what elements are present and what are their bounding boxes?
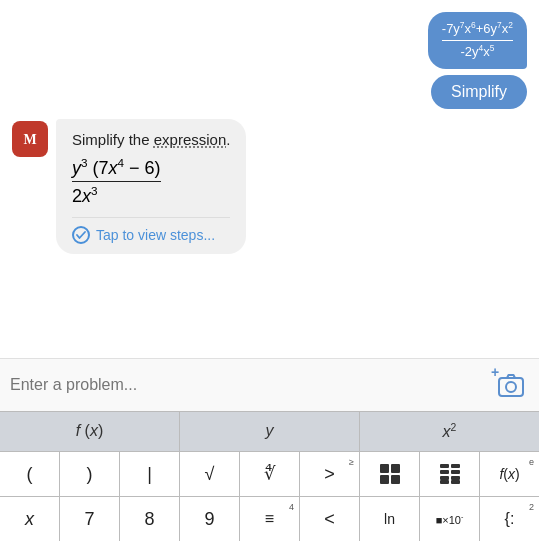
key-nthroot[interactable]: ∜ <box>240 452 300 496</box>
tab-fx[interactable]: f (x) <box>0 412 180 451</box>
tap-to-view-steps[interactable]: Tap to view steps... <box>72 217 230 254</box>
input-area: + <box>0 358 539 411</box>
key-brace[interactable]: {: 2 <box>480 497 539 541</box>
svg-rect-15 <box>451 480 460 484</box>
plus-badge: + <box>491 365 499 379</box>
bot-denominator: 2x3 <box>72 184 98 207</box>
key-9[interactable]: 9 <box>180 497 240 541</box>
key-equiv-label: ≡ <box>265 510 274 528</box>
matrix2-icon <box>439 463 461 485</box>
tap-to-view-label: Tap to view steps... <box>96 227 215 243</box>
bot-avatar: M <box>12 121 48 157</box>
tab-y-label: y <box>266 422 274 439</box>
key-x-var-label: x <box>25 509 34 530</box>
check-circle-icon <box>72 226 90 244</box>
bot-logo-icon: M <box>18 127 42 151</box>
bot-message-group: M Simplify the expression. y3 (7x4 − 6) … <box>12 119 527 254</box>
key-matrix1[interactable] <box>360 452 420 496</box>
key-nthroot-label: ∜ <box>264 463 275 485</box>
key-greater-label: > <box>324 464 335 485</box>
bot-prompt-text: Simplify the expression. <box>72 131 230 148</box>
user-fraction: -7y7x6+6y7x2 -2y4x5 <box>442 20 513 61</box>
keyboard-tabs: f (x) y x2 <box>0 411 539 451</box>
camera-icon <box>497 372 525 398</box>
key-pipe[interactable]: | <box>120 452 180 496</box>
key-sqrt-label: √ <box>205 464 215 485</box>
user-denominator: -2y4x5 <box>460 43 494 61</box>
simplify-label: Simplify <box>451 83 507 100</box>
checkmark-icon <box>76 231 86 239</box>
key-greater[interactable]: > ≥ <box>300 452 360 496</box>
svg-rect-7 <box>391 475 400 484</box>
key-fx-func[interactable]: f(x) e <box>480 452 539 496</box>
key-7-label: 7 <box>84 509 94 530</box>
svg-rect-6 <box>380 475 389 484</box>
user-message-group: -7y7x6+6y7x2 -2y4x5 Simplify <box>12 12 527 109</box>
key-8-label: 8 <box>144 509 154 530</box>
key-8[interactable]: 8 <box>120 497 180 541</box>
key-less[interactable]: < <box>300 497 360 541</box>
svg-rect-10 <box>440 470 449 474</box>
keyboard-row-2: x 7 8 9 ≡ 4 < ln ■×10- {: 2 <box>0 496 539 541</box>
key-open-paren-label: ( <box>27 464 33 485</box>
keyboard-rows: ( ) | √ ∜ > ≥ <box>0 451 539 541</box>
tab-fx-label: f (x) <box>76 422 104 439</box>
key-sci-label: ■×10- <box>436 513 464 526</box>
matrix1-icon <box>379 463 401 485</box>
tab-x2[interactable]: x2 <box>360 412 539 451</box>
svg-rect-5 <box>391 464 400 473</box>
key-matrix2[interactable] <box>420 452 480 496</box>
key-x-var[interactable]: x <box>0 497 60 541</box>
key-close-paren-label: ) <box>87 464 93 485</box>
bot-result-math: y3 (7x4 − 6) 2x3 <box>72 156 230 207</box>
key-fx-super: e <box>529 457 534 467</box>
key-ln-label: ln <box>384 511 395 527</box>
key-greater-super: ≥ <box>349 457 354 467</box>
svg-rect-8 <box>440 464 449 468</box>
user-numerator: -7y7x6+6y7x2 <box>442 20 513 41</box>
key-sqrt[interactable]: √ <box>180 452 240 496</box>
camera-button[interactable]: + <box>493 367 529 403</box>
simplify-button[interactable]: Simplify <box>431 75 527 109</box>
svg-point-3 <box>506 382 516 392</box>
key-brace-label: {: <box>505 510 515 528</box>
key-9-label: 9 <box>204 509 214 530</box>
bot-numerator: y3 (7x4 − 6) <box>72 156 161 182</box>
svg-text:M: M <box>23 132 36 147</box>
bot-bubble: Simplify the expression. y3 (7x4 − 6) 2x… <box>56 119 246 254</box>
key-close-paren[interactable]: ) <box>60 452 120 496</box>
svg-rect-11 <box>451 470 460 474</box>
svg-rect-2 <box>499 378 523 396</box>
user-math-bubble: -7y7x6+6y7x2 -2y4x5 <box>428 12 527 69</box>
svg-rect-4 <box>380 464 389 473</box>
key-sci-notation[interactable]: ■×10- <box>420 497 480 541</box>
key-7[interactable]: 7 <box>60 497 120 541</box>
tab-y[interactable]: y <box>180 412 360 451</box>
key-fx-func-label: f(x) <box>499 466 519 482</box>
bot-fraction: y3 (7x4 − 6) 2x3 <box>72 156 161 207</box>
problem-input[interactable] <box>10 376 485 394</box>
tab-x2-label: x2 <box>443 423 457 440</box>
key-brace-super: 2 <box>529 502 534 512</box>
key-less-label: < <box>324 509 335 530</box>
expression-word: expression <box>154 131 227 148</box>
key-equiv-super: 4 <box>289 502 294 512</box>
chat-area: -7y7x6+6y7x2 -2y4x5 Simplify M Simplify … <box>0 0 539 358</box>
svg-rect-14 <box>440 480 449 484</box>
keyboard-row-1: ( ) | √ ∜ > ≥ <box>0 451 539 496</box>
key-equiv[interactable]: ≡ 4 <box>240 497 300 541</box>
key-open-paren[interactable]: ( <box>0 452 60 496</box>
key-ln[interactable]: ln <box>360 497 420 541</box>
svg-rect-12 <box>440 476 449 480</box>
key-pipe-label: | <box>147 464 152 485</box>
svg-rect-9 <box>451 464 460 468</box>
svg-rect-13 <box>451 476 460 480</box>
